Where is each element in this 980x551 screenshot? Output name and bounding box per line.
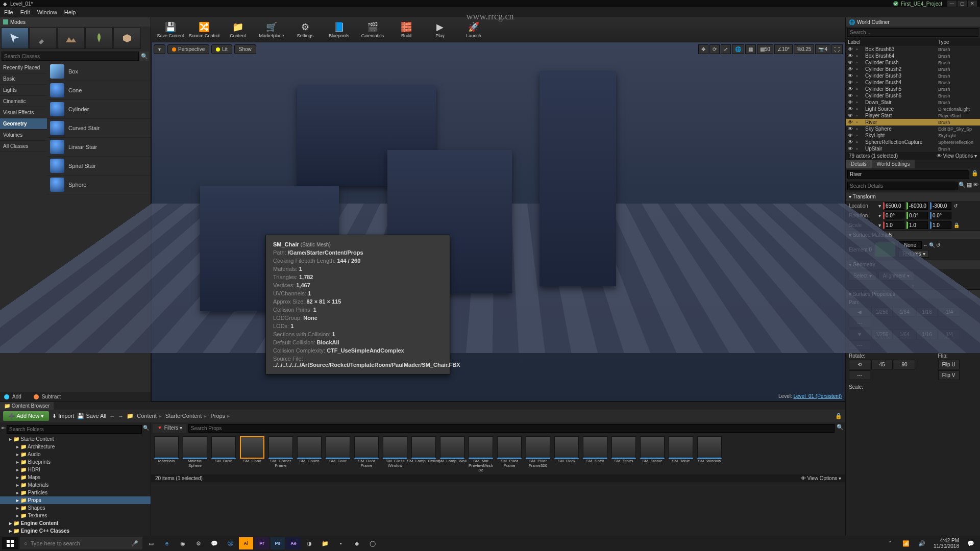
visibility-icon[interactable]: 👁 [848, 106, 854, 112]
asset-item[interactable]: SM_Lamp_Wall [439, 436, 465, 472]
rotate-ccw-icon[interactable]: ⟲ [849, 360, 870, 369]
search-icon[interactable]: 🔍 [837, 424, 844, 433]
outliner-row[interactable]: 👁▫Box Brush63Brush [846, 46, 980, 53]
close-button[interactable]: ✕ [968, 1, 977, 7]
mic-icon[interactable]: 🎤 [131, 540, 138, 547]
property-matrix-icon[interactable]: ▦ [967, 182, 972, 190]
mode-paint-icon[interactable] [29, 28, 57, 49]
outliner-view-options[interactable]: 👁 View Options ▾ [937, 153, 977, 159]
outliner-row[interactable]: 👁▫Cylinder BrushBrush [846, 59, 980, 66]
rot-z[interactable] [930, 212, 951, 219]
menu-edit[interactable]: Edit [20, 9, 30, 15]
launch-button[interactable]: 🚀Launch [457, 18, 490, 41]
visibility-icon[interactable]: 👁 [848, 139, 854, 145]
rot-x[interactable] [883, 212, 904, 219]
flip-v[interactable]: Flip V [938, 370, 960, 380]
search-icon[interactable]: 🔍 [140, 52, 149, 61]
visibility-icon[interactable]: 👁 [848, 53, 854, 59]
visibility-icon[interactable]: 👁 [848, 66, 854, 72]
mode-foliage-icon[interactable] [85, 28, 113, 49]
outliner-search[interactable] [847, 28, 978, 37]
scale-snap[interactable]: % 0.25 [794, 44, 814, 54]
shape-spiral-stair[interactable]: Spiral Stair [47, 157, 151, 176]
play-button[interactable]: ▶Play [424, 18, 456, 41]
visibility-icon[interactable]: 👁 [848, 46, 854, 52]
cinematics-button[interactable]: 🎬Cinematics [356, 18, 389, 41]
asset-item[interactable]: SM_Door Frame [353, 436, 380, 472]
mode-place-icon[interactable] [1, 28, 29, 49]
scl-y[interactable] [906, 221, 928, 229]
add-new-button[interactable]: ➕ Add New ▾ [3, 411, 49, 421]
category-cinematic[interactable]: Cinematic [0, 96, 47, 107]
discord-icon[interactable]: 💬 [207, 537, 222, 549]
scl-x[interactable] [883, 221, 904, 229]
tab-details[interactable]: Details [846, 160, 872, 168]
lock-icon[interactable]: 🔒 [971, 170, 978, 179]
skype-icon[interactable]: Ⓢ [223, 537, 237, 549]
outliner-row[interactable]: 👁▫RiverBrush [846, 119, 980, 126]
asset-item[interactable]: Materials [153, 436, 180, 472]
visibility-icon[interactable]: 👁 [848, 73, 854, 79]
ae-icon[interactable]: Ae [286, 537, 301, 549]
start-button[interactable] [2, 537, 18, 549]
tree-item[interactable]: ▸ 📁 Audio [0, 450, 151, 458]
marketplace-button[interactable]: 🛒Marketplace [255, 18, 288, 41]
search-icon[interactable]: 🔍 [959, 182, 966, 190]
asset-item[interactable]: SM_Pillar Frame [496, 436, 523, 472]
category-volumes[interactable]: Volumes [0, 130, 47, 141]
pr-icon[interactable]: Pr [255, 537, 269, 549]
level-link[interactable]: Level_01 (Persistent) [794, 393, 842, 399]
app-icon[interactable]: ▪ [334, 537, 348, 549]
visibility-icon[interactable]: 👁 [848, 113, 854, 118]
scl-z[interactable] [930, 221, 951, 229]
eye-icon[interactable]: 👁 [973, 182, 978, 190]
shape-box[interactable]: Box [47, 62, 151, 81]
grid-snap[interactable]: ▦ 50 [757, 44, 773, 54]
visibility-icon[interactable]: 👁 [848, 60, 854, 65]
epic-icon[interactable]: ◆ [350, 537, 364, 549]
cb-view-options[interactable]: 👁 View Options ▾ [801, 475, 841, 481]
asset-item[interactable]: SM_Window [696, 436, 723, 472]
surface-snap-icon[interactable]: ▦ [745, 44, 756, 54]
shape-linear-stair[interactable]: Linear Stair [47, 138, 151, 157]
shape-sphere[interactable]: Sphere [47, 176, 151, 194]
tree-item[interactable]: ▸ 📁 Materials [0, 481, 151, 489]
loc-z[interactable] [930, 202, 951, 210]
volume-icon[interactable]: 🔊 [915, 537, 929, 549]
save-all-button[interactable]: 💾 Save All [77, 413, 106, 419]
loc-x[interactable] [883, 202, 904, 210]
brush-add[interactable]: Add [12, 394, 21, 399]
transform-rotate-icon[interactable]: ⟳ [709, 44, 720, 54]
visibility-icon[interactable]: 👁 [848, 126, 854, 132]
outliner-row[interactable]: 👁▫Cylinder Brush2Brush [846, 66, 980, 72]
minimize-button[interactable]: — [947, 1, 957, 7]
menu-help[interactable]: Help [64, 9, 76, 15]
task-view-icon[interactable]: ▭ [144, 537, 158, 549]
outliner-row[interactable]: 👁▫Light SourceDirectionalLight [846, 106, 980, 112]
chrome-icon[interactable]: ◉ [176, 537, 190, 549]
import-button[interactable]: ⬇ Import [52, 413, 74, 419]
maximize-viewport-icon[interactable]: ⛶ [831, 44, 843, 54]
mode-landscape-icon[interactable] [57, 28, 85, 49]
asset-item[interactable]: SM_Bush [210, 436, 237, 472]
outliner-row[interactable]: 👁▫Sky SphereEdit BP_Sky_Sp [846, 126, 980, 132]
brush-subtract[interactable]: Subtract [42, 394, 61, 399]
details-search[interactable] [847, 182, 958, 190]
shape-curved-stair[interactable]: Curved Stair [47, 119, 151, 138]
category-lights[interactable]: Lights [0, 85, 47, 96]
explorer-icon[interactable]: 📁 [318, 537, 332, 549]
clock[interactable]: 4:42 PM11/30/2018 [930, 538, 962, 549]
ue4-icon[interactable]: ◯ [365, 537, 380, 549]
camera-speed[interactable]: 📷 4 [815, 44, 830, 54]
edge-icon[interactable]: e [160, 537, 174, 549]
actor-name-input[interactable] [847, 170, 969, 179]
outliner-row[interactable]: 👁▫Cylinder Brush6Brush [846, 92, 980, 99]
viewport-menu[interactable]: ▾ [154, 44, 165, 54]
world-outliner-tab[interactable]: 🌐 World Outliner [846, 17, 980, 27]
save-current-button[interactable]: 💾Save Current [154, 18, 187, 41]
show-dropdown[interactable]: Show [234, 44, 256, 54]
reset-icon[interactable]: ↺ [936, 242, 940, 248]
tree-item[interactable]: ▸ 📁 Engine Content [0, 519, 151, 527]
mode-geometry-icon[interactable] [113, 28, 141, 49]
asset-item[interactable]: SM_Rock [553, 436, 580, 472]
